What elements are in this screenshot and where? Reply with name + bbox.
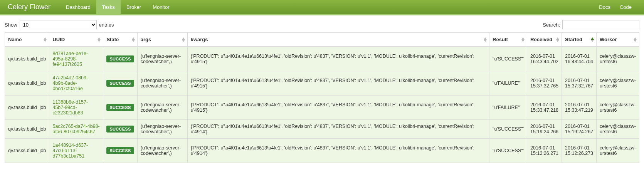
cell-received: 2016-07-01 15:33:47.218: [527, 95, 562, 119]
cell-kwargs: {'PRODUCT': u'\u4f01\u4e1a\u6613\u4fe1',…: [188, 119, 489, 138]
cell-uuid: 47a2b4d2-08b9-4b9b-8ade-0bcd7cf0a16e: [49, 71, 103, 95]
cell-received: 2016-07-01 15:37:32.765: [527, 71, 562, 95]
col-header-label: Received: [530, 37, 552, 42]
uuid-link[interactable]: 5ac2c765-da74-4b98-afa6-807c09254c67: [52, 124, 99, 134]
cell-result: "u'FAILURE'": [489, 95, 527, 119]
sort-arrows-icon: [591, 37, 594, 42]
cell-state: SUCCESS: [103, 95, 137, 119]
sort-arrows-icon: [521, 37, 525, 42]
cell-started: 2016-07-01 15:37:32.767: [562, 71, 597, 95]
search-input[interactable]: [562, 20, 639, 29]
cell-worker: celery@classzw-urstest6: [597, 71, 639, 95]
col-header-label: args: [141, 37, 151, 42]
table-row: qv.tasks.build_job8d781aae-be1e-495a-829…: [5, 47, 639, 71]
nav-right: DocsCode: [594, 4, 636, 10]
cell-args: (u'fengniao-server-codewatcher',): [138, 95, 188, 119]
cell-args: (u'fengniao-server-codewatcher',): [138, 71, 188, 95]
show-label-prefix: Show: [5, 22, 17, 28]
state-badge: SUCCESS: [106, 80, 134, 87]
cell-uuid: 11368b8e-d157-45b7-99cd-c2323f21db83: [49, 95, 103, 119]
cell-kwargs: {'PRODUCT': u'\u4f01\u4e1a\u6613\u4fe1',…: [188, 138, 489, 163]
cell-state: SUCCESS: [103, 119, 137, 138]
sort-arrows-icon: [556, 37, 559, 42]
col-header-worker[interactable]: Worker: [597, 33, 639, 47]
cell-result: "u'SUCCESS'": [489, 138, 527, 163]
table-row: qv.tasks.build_job1a448914-d637-47c0-a11…: [5, 138, 639, 163]
cell-name: qv.tasks.build_job: [5, 71, 49, 95]
cell-started: 2016-07-01 15:19:24.267: [562, 119, 597, 138]
cell-worker: celery@classzw-urstest6: [597, 47, 639, 71]
svg-marker-15: [591, 40, 594, 42]
cell-kwargs: {'PRODUCT': u'\u4f01\u4e1a\u6613\u4fe1',…: [188, 71, 489, 95]
col-header-name[interactable]: Name: [5, 33, 49, 47]
nav-right-code[interactable]: Code: [615, 4, 636, 10]
cell-uuid: 8d781aae-be1e-495a-8298-fe94137f2625: [49, 47, 103, 71]
cell-started: 2016-07-01 16:43:44.704: [562, 47, 597, 71]
cell-result: "u'SUCCESS'": [489, 47, 527, 71]
state-badge: SUCCESS: [106, 126, 134, 133]
sort-arrows-icon: [182, 37, 185, 42]
table-row: qv.tasks.build_job47a2b4d2-08b9-4b9b-8ad…: [5, 71, 639, 95]
sort-arrows-icon: [132, 37, 135, 42]
header-row: NameUUIDStateargskwargsResultReceivedSta…: [5, 33, 639, 47]
nav-item-broker[interactable]: Broker: [121, 0, 147, 15]
cell-state: SUCCESS: [103, 47, 137, 71]
state-badge: SUCCESS: [106, 55, 134, 62]
cell-received: 2016-07-01 16:43:44.702: [527, 47, 562, 71]
col-header-kwargs[interactable]: kwargs: [188, 33, 489, 47]
cell-uuid: 5ac2c765-da74-4b98-afa6-807c09254c67: [49, 119, 103, 138]
col-header-state[interactable]: State: [103, 33, 137, 47]
controls-row: Show 10 entries Search:: [0, 15, 644, 32]
cell-kwargs: {'PRODUCT': u'\u4f01\u4e1a\u6613\u4fe1',…: [188, 47, 489, 71]
cell-received: 2016-07-01 15:19:24.266: [527, 119, 562, 138]
cell-name: qv.tasks.build_job: [5, 119, 49, 138]
svg-marker-7: [182, 40, 185, 42]
show-entries: Show 10 entries: [5, 20, 114, 29]
cell-result: "u'FAILURE'": [489, 71, 527, 95]
cell-state: SUCCESS: [103, 138, 137, 163]
cell-args: (u'fengniao-server-codewatcher',): [138, 138, 188, 163]
nav-right-docs[interactable]: Docs: [594, 4, 615, 10]
sort-arrows-icon: [98, 37, 101, 42]
col-header-args[interactable]: args: [138, 33, 188, 47]
nav-item-dashboard[interactable]: Dashboard: [60, 0, 96, 15]
cell-name: qv.tasks.build_job: [5, 138, 49, 163]
uuid-link[interactable]: 47a2b4d2-08b9-4b9b-8ade-0bcd7cf0a16e: [52, 75, 88, 91]
sort-arrows-icon: [484, 37, 487, 42]
col-header-label: kwargs: [191, 37, 208, 42]
cell-kwargs: {'PRODUCT': u'\u4f01\u4e1a\u6613\u4fe1',…: [188, 95, 489, 119]
state-badge: SUCCESS: [106, 147, 134, 154]
svg-marker-13: [556, 40, 559, 42]
nav-item-monitor[interactable]: Monitor: [147, 0, 175, 15]
table-row: qv.tasks.build_job5ac2c765-da74-4b98-afa…: [5, 119, 639, 138]
cell-name: qv.tasks.build_job: [5, 47, 49, 71]
cell-name: qv.tasks.build_job: [5, 95, 49, 119]
col-header-label: Worker: [600, 37, 617, 42]
search-label: Search:: [543, 22, 560, 28]
col-header-label: Started: [565, 37, 582, 42]
uuid-link[interactable]: 8d781aae-be1e-495a-8298-fe94137f2625: [52, 51, 88, 67]
tasks-table: NameUUIDStateargskwargsResultReceivedSta…: [5, 32, 639, 163]
brand[interactable]: Celery Flower: [8, 3, 50, 11]
entries-select[interactable]: 10: [20, 20, 97, 29]
col-header-started[interactable]: Started: [562, 33, 597, 47]
uuid-link[interactable]: 11368b8e-d157-45b7-99cd-c2323f21db83: [52, 99, 88, 116]
navbar: Celery Flower DashboardTasksBrokerMonito…: [0, 0, 644, 15]
nav-item-tasks[interactable]: Tasks: [96, 0, 121, 15]
cell-started: 2016-07-01 15:12:26.273: [562, 138, 597, 163]
cell-started: 2016-07-01 15:33:47.219: [562, 95, 597, 119]
col-header-label: UUID: [52, 37, 65, 42]
cell-uuid: 1a448914-d637-47c0-a113-d77b3c1ba751: [49, 138, 103, 163]
col-header-label: Name: [8, 37, 22, 42]
cell-args: (u'fengniao-server-codewatcher',): [138, 119, 188, 138]
tasks-tbody: qv.tasks.build_job8d781aae-be1e-495a-829…: [5, 47, 639, 163]
col-header-received[interactable]: Received: [527, 33, 562, 47]
uuid-link[interactable]: 1a448914-d637-47c0-a113-d77b3c1ba751: [52, 143, 88, 159]
nav-primary: DashboardTasksBrokerMonitor: [60, 0, 594, 15]
cell-result: "u'SUCCESS'": [489, 119, 527, 138]
search-box: Search:: [543, 20, 639, 29]
col-header-result[interactable]: Result: [489, 33, 527, 47]
svg-marker-9: [484, 40, 487, 42]
col-header-uuid[interactable]: UUID: [49, 33, 103, 47]
col-header-label: Result: [493, 37, 508, 42]
